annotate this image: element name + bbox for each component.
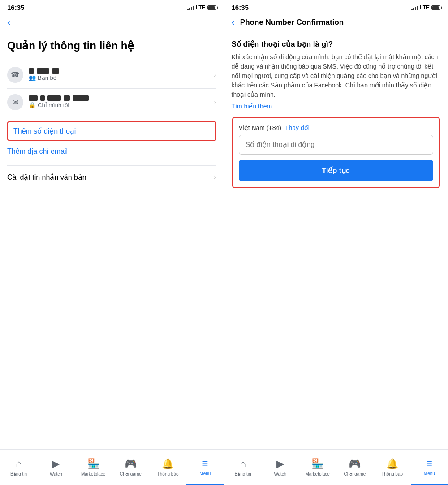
network-label-left: LTE — [196, 4, 206, 11]
nav-item-bell-right[interactable]: 🔔 Thông báo — [374, 450, 411, 485]
add-phone-link[interactable]: Thêm số điện thoại — [7, 121, 216, 141]
section-description: Khi xác nhận số di động của mình, bạn có… — [232, 52, 441, 100]
blurred-3 — [52, 68, 59, 74]
left-screen-content: Quản lý thông tin liên hệ ☎ 👥 Bạn bè › — [0, 32, 224, 449]
nav-item-home-left[interactable]: ⌂ Bảng tin — [0, 450, 37, 485]
nav-label-menu-right: Menu — [424, 471, 435, 476]
blurred-7 — [64, 95, 70, 101]
chevron-icon-1: › — [214, 71, 216, 79]
nav-label-home-left: Bảng tin — [10, 472, 27, 476]
country-label: Việt Nam (+84) — [239, 124, 282, 131]
nav-label-marketplace-left: Marketplace — [81, 472, 105, 476]
phone-contact-icon: ☎ — [7, 67, 23, 83]
chevron-icon-2: › — [214, 98, 216, 106]
time-right: 16:35 — [232, 4, 249, 11]
blurred-5 — [40, 95, 45, 101]
phone-form-container: Việt Nam (+84) Thay đổi Tiếp tục — [232, 117, 441, 188]
nav-label-menu-left: Menu — [199, 471, 211, 476]
learn-more-link[interactable]: Tìm hiểu thêm — [232, 103, 272, 110]
shop-icon-right: 🏪 — [311, 458, 323, 470]
right-screen-content: Số điện thoại của bạn là gì? Khi xác nhậ… — [224, 32, 448, 449]
nav-title-right: Phone Number Confirmation — [240, 18, 344, 27]
nav-bar-left: ‹ — [0, 13, 224, 32]
game-icon-left: 🎮 — [125, 458, 137, 470]
signal-icon-right — [411, 5, 418, 10]
menu-icon-right: ≡ — [426, 458, 432, 469]
sms-settings-label: Cài đặt tin nhắn văn bản — [7, 173, 214, 182]
contact-info-phone: 👥 Bạn bè — [29, 68, 214, 81]
nav-label-bell-left: Thông báo — [157, 472, 179, 476]
bottom-navigation: ⌂ Bảng tin ▶ Watch 🏪 Marketplace 🎮 Chơi … — [0, 449, 448, 485]
signal-icon — [187, 5, 194, 10]
friends-icon: 👥 — [29, 74, 36, 81]
status-bar-left: 16:35 LTE — [0, 0, 224, 13]
blurred-1 — [29, 68, 34, 74]
nav-item-watch-right[interactable]: ▶ Watch — [262, 450, 299, 485]
contact-privacy-email: 🔒 Chỉ mình tôi — [29, 102, 214, 108]
add-email-link[interactable]: Thêm địa chỉ email — [7, 141, 216, 162]
home-icon-left: ⌂ — [16, 458, 22, 470]
nav-label-watch-left: Watch — [50, 472, 62, 476]
nav-item-home-right[interactable]: ⌂ Bảng tin — [224, 450, 262, 485]
contact-value-email — [29, 95, 214, 101]
contact-info-email: 🔒 Chỉ mình tôi — [29, 95, 214, 108]
left-screen: 16:35 LTE ‹ Quản lý thông tin liên hệ — [0, 0, 224, 449]
back-button-left[interactable]: ‹ — [7, 17, 10, 28]
status-icons-left: LTE — [187, 4, 216, 11]
network-label-right: LTE — [420, 4, 430, 11]
blurred-6 — [47, 95, 61, 101]
home-icon-right: ⌂ — [240, 458, 246, 470]
bell-icon-left: 🔔 — [162, 458, 174, 470]
country-row: Việt Nam (+84) Thay đổi — [239, 124, 434, 131]
nav-label-home-right: Bảng tin — [235, 472, 251, 476]
contact-privacy-phone: 👥 Bạn bè — [29, 74, 214, 81]
right-screen: 16:35 LTE ‹ Phone Number Confirmation — [224, 0, 448, 449]
nav-bar-right: ‹ Phone Number Confirmation — [224, 13, 448, 32]
email-contact-icon: ✉ — [7, 94, 23, 110]
nav-label-game-right: Chơi game — [344, 472, 366, 476]
contact-item-email[interactable]: ✉ 🔒 Chỉ mình tôi › — [7, 89, 216, 116]
menu-icon-left: ≡ — [202, 458, 208, 469]
lock-icon: 🔒 — [29, 102, 36, 108]
blurred-4 — [29, 95, 38, 101]
section-title-right: Số điện thoại của bạn là gì? — [232, 39, 441, 49]
nav-item-marketplace-right[interactable]: 🏪 Marketplace — [299, 450, 336, 485]
contact-value-phone — [29, 68, 214, 74]
status-bar-right: 16:35 LTE — [224, 0, 448, 13]
phone-number-input[interactable] — [239, 135, 434, 155]
change-country-link[interactable]: Thay đổi — [285, 124, 310, 131]
shop-icon-left: 🏪 — [87, 458, 99, 470]
battery-icon-right — [431, 5, 440, 10]
nav-item-menu-right[interactable]: ≡ Menu — [411, 450, 448, 485]
page-title-left: Quản lý thông tin liên hệ — [7, 39, 216, 52]
sms-settings-item[interactable]: Cài đặt tin nhắn văn bản › — [7, 165, 216, 189]
bell-icon-right: 🔔 — [386, 458, 398, 470]
nav-label-marketplace-right: Marketplace — [305, 472, 329, 476]
left-nav-half: ⌂ Bảng tin ▶ Watch 🏪 Marketplace 🎮 Chơi … — [0, 450, 224, 485]
nav-item-menu-left[interactable]: ≡ Menu — [186, 450, 224, 485]
nav-item-watch-left[interactable]: ▶ Watch — [37, 450, 74, 485]
chevron-icon-3: › — [214, 173, 216, 181]
battery-icon-left — [207, 5, 216, 10]
status-icons-right: LTE — [411, 4, 440, 11]
play-icon-left: ▶ — [52, 458, 60, 470]
nav-label-game-left: Chơi game — [120, 472, 142, 476]
nav-item-bell-left[interactable]: 🔔 Thông báo — [149, 450, 186, 485]
blurred-2 — [37, 68, 49, 74]
time-left: 16:35 — [7, 4, 24, 11]
play-icon-right: ▶ — [276, 458, 284, 470]
nav-label-watch-right: Watch — [274, 472, 286, 476]
nav-item-game-right[interactable]: 🎮 Chơi game — [336, 450, 373, 485]
blurred-8 — [73, 95, 89, 101]
nav-item-game-left[interactable]: 🎮 Chơi game — [112, 450, 149, 485]
right-nav-half: ⌂ Bảng tin ▶ Watch 🏪 Marketplace 🎮 Chơi … — [224, 450, 448, 485]
back-button-right[interactable]: ‹ — [232, 17, 235, 28]
nav-item-marketplace-left[interactable]: 🏪 Marketplace — [75, 450, 112, 485]
contact-item-phone[interactable]: ☎ 👥 Bạn bè › — [7, 61, 216, 89]
continue-button[interactable]: Tiếp tục — [239, 160, 434, 181]
game-icon-right: 🎮 — [349, 458, 361, 470]
nav-label-bell-right: Thông báo — [381, 472, 403, 476]
